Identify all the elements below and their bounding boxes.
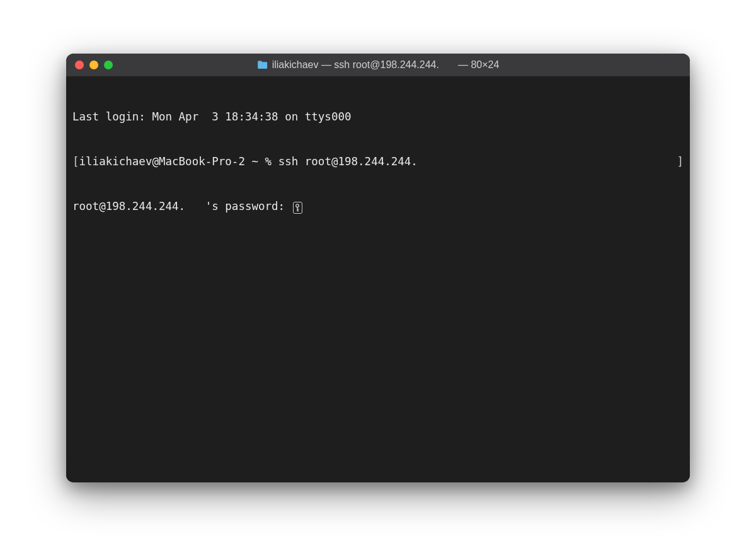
terminal-window: iliakichaev — ssh root@198.244.244. — 80… <box>66 54 690 482</box>
window-title: iliakichaev — ssh root@198.244.244. — 80… <box>257 59 500 71</box>
last-login-line: Last login: Mon Apr 3 18:34:38 on ttys00… <box>72 110 684 125</box>
traffic-lights <box>75 61 113 69</box>
prompt-close-bracket: ] <box>677 154 684 170</box>
window-title-size: — 80×24 <box>458 59 499 71</box>
close-button[interactable] <box>75 61 84 69</box>
prompt-line: [iliakichaev@MacBook-Pro-2 ~ % ssh root@… <box>72 154 684 170</box>
window-title-main: iliakichaev — ssh root@198.244.244. <box>272 59 439 71</box>
password-prompt-text: root@198.244.244. 's password: <box>72 200 292 213</box>
password-prompt-line: root@198.244.244. 's password: <box>72 199 684 214</box>
key-icon <box>293 202 302 214</box>
prompt-user-host: iliakichaev@MacBook-Pro-2 ~ % <box>79 155 278 168</box>
maximize-button[interactable] <box>104 61 113 69</box>
svg-point-0 <box>296 204 299 207</box>
title-bar[interactable]: iliakichaev — ssh root@198.244.244. — 80… <box>66 54 690 76</box>
minimize-button[interactable] <box>89 61 98 69</box>
ssh-command: ssh root@198.244.244. <box>278 155 418 168</box>
prompt-open-bracket: [ <box>72 155 79 168</box>
folder-icon <box>257 61 268 69</box>
terminal-body[interactable]: Last login: Mon Apr 3 18:34:38 on ttys00… <box>66 76 690 482</box>
